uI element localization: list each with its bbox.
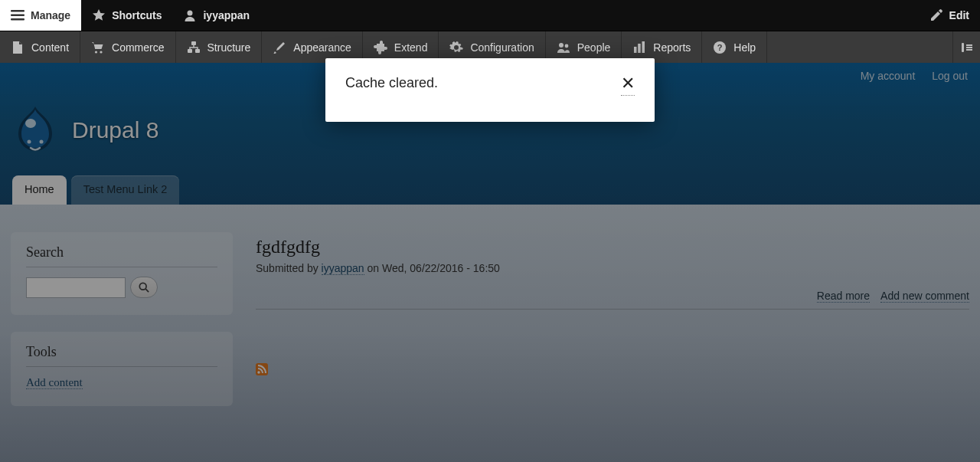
gear-icon <box>449 41 463 54</box>
admin-structure[interactable]: Structure <box>176 31 263 64</box>
document-icon <box>11 41 24 54</box>
svg-line-21 <box>145 289 149 292</box>
admin-label: Extend <box>394 41 428 54</box>
search-heading: Search <box>26 244 217 267</box>
edit-label: Edit <box>949 9 969 21</box>
site-name[interactable]: Drupal 8 <box>72 117 158 143</box>
node-title[interactable]: fgdfgdfg <box>256 237 969 257</box>
search-block: Search <box>11 232 233 315</box>
edit-toggle[interactable]: Edit <box>919 0 980 31</box>
my-account-link[interactable]: My account <box>861 70 916 82</box>
submitted-suffix: on Wed, 06/22/2016 - 16:50 <box>364 262 500 274</box>
hamburger-icon <box>11 8 24 22</box>
svg-point-10 <box>564 44 568 48</box>
paintbrush-icon <box>273 41 286 54</box>
svg-point-3 <box>188 11 193 16</box>
tools-heading: Tools <box>26 344 217 367</box>
add-new-comment-link[interactable]: Add new comment <box>880 290 969 303</box>
shortcuts-toggle[interactable]: Shortcuts <box>81 0 172 31</box>
site-logo[interactable] <box>12 103 58 157</box>
search-submit-button[interactable] <box>130 277 158 298</box>
tab-label: Test Menu Link 2 <box>83 183 168 195</box>
admin-orientation-toggle[interactable] <box>952 31 980 64</box>
admin-commerce[interactable]: Commerce <box>80 31 175 64</box>
admin-label: Configuration <box>470 41 534 54</box>
admin-label: Commerce <box>112 41 164 54</box>
admin-label: Help <box>733 41 756 54</box>
toolbar-top: Manage Shortcuts iyyappan Edit <box>0 0 980 31</box>
shortcuts-label: Shortcuts <box>112 9 162 21</box>
svg-rect-16 <box>962 43 964 52</box>
status-message-text: Cache cleared. <box>345 75 438 91</box>
collapse-icon <box>960 41 974 54</box>
close-icon: ✕ <box>621 74 635 93</box>
log-out-link[interactable]: Log out <box>932 70 968 82</box>
manage-toggle[interactable]: Manage <box>0 0 81 31</box>
svg-point-5 <box>100 51 102 53</box>
search-input[interactable] <box>26 277 126 298</box>
svg-rect-11 <box>634 47 637 53</box>
tab-label: Home <box>24 183 54 195</box>
puzzle-icon <box>374 41 387 54</box>
main-content-region: Search Tools Add content fgdfgdfg Submit… <box>0 205 980 462</box>
svg-rect-22 <box>256 363 268 375</box>
bar-chart-icon <box>632 41 646 54</box>
svg-point-9 <box>559 43 564 48</box>
rss-icon <box>256 363 268 375</box>
admin-content[interactable]: Content <box>0 31 80 64</box>
svg-rect-6 <box>191 41 196 45</box>
svg-rect-13 <box>642 41 645 53</box>
admin-label: Reports <box>653 41 691 54</box>
add-content-link[interactable]: Add content <box>26 376 83 389</box>
tools-block: Tools Add content <box>11 332 233 406</box>
svg-rect-8 <box>195 49 200 53</box>
question-circle-icon: ? <box>713 41 727 54</box>
admin-label: Appearance <box>293 41 351 54</box>
svg-rect-12 <box>639 44 642 53</box>
search-form <box>26 277 217 298</box>
pencil-icon <box>929 8 943 22</box>
manage-label: Manage <box>31 9 70 21</box>
user-menu-toggle[interactable]: iyyappan <box>172 0 260 31</box>
submitted-prefix: Submitted by <box>256 262 322 274</box>
node-submitted: Submitted by iyyappan on Wed, 06/22/2016… <box>256 262 969 274</box>
close-button[interactable]: ✕ <box>621 75 635 96</box>
user-label: iyyappan <box>203 9 250 21</box>
admin-help[interactable]: ? Help <box>702 31 767 64</box>
svg-point-20 <box>139 283 146 290</box>
admin-label: Content <box>31 41 69 54</box>
star-icon <box>92 8 106 22</box>
node-author-link[interactable]: iyyappan <box>322 262 364 275</box>
svg-point-17 <box>25 119 36 128</box>
rss-feed-link[interactable] <box>256 363 268 375</box>
svg-rect-1 <box>11 15 24 17</box>
hierarchy-icon <box>187 41 201 54</box>
tab-home[interactable]: Home <box>12 175 67 205</box>
svg-rect-2 <box>11 18 24 21</box>
search-icon <box>139 282 149 293</box>
tab-test-menu-link-2[interactable]: Test Menu Link 2 <box>71 175 180 205</box>
content-column: fgdfgdfg Submitted by iyyappan on Wed, 0… <box>256 232 969 433</box>
people-icon <box>557 41 570 54</box>
svg-point-19 <box>40 140 44 144</box>
status-message-dialog: Cache cleared. ✕ <box>325 58 655 122</box>
cart-icon <box>91 41 105 54</box>
svg-point-23 <box>257 371 260 373</box>
admin-label: People <box>577 41 611 54</box>
admin-label: Structure <box>207 41 251 54</box>
svg-point-4 <box>95 51 97 53</box>
svg-rect-0 <box>11 10 24 12</box>
svg-text:?: ? <box>717 43 723 52</box>
sidebar: Search Tools Add content <box>11 232 233 433</box>
main-menu-tabs: Home Test Menu Link 2 <box>0 175 980 205</box>
person-icon <box>183 8 197 22</box>
svg-point-18 <box>28 140 31 144</box>
read-more-link[interactable]: Read more <box>817 290 870 303</box>
node-links: Read more Add new comment <box>256 290 969 310</box>
drupal-drop-icon <box>12 103 58 157</box>
svg-rect-7 <box>188 49 192 53</box>
